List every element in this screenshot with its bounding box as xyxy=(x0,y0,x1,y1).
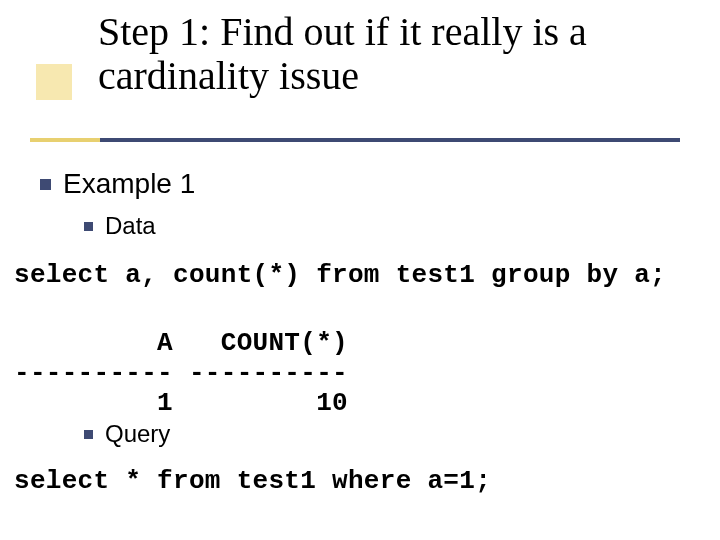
title-accent-square xyxy=(36,64,72,100)
bullet-data-label: Data xyxy=(105,212,156,240)
code-result-row: 1 10 xyxy=(14,388,348,418)
bullet-example: Example 1 xyxy=(40,168,195,200)
underline-main xyxy=(100,138,680,142)
underline-accent xyxy=(30,138,100,142)
slide-title: Step 1: Find out if it really is a cardi… xyxy=(98,10,700,98)
title-underline xyxy=(30,138,680,142)
code-result-header: A COUNT(*) xyxy=(14,328,348,358)
square-bullet-icon xyxy=(84,222,93,231)
bullet-example-label: Example 1 xyxy=(63,168,195,200)
slide: Step 1: Find out if it really is a cardi… xyxy=(0,0,720,540)
square-bullet-icon xyxy=(40,179,51,190)
title-region: Step 1: Find out if it really is a cardi… xyxy=(30,10,700,98)
code-select-where: select * from test1 where a=1; xyxy=(14,466,491,496)
bullet-query-label: Query xyxy=(105,420,170,448)
bullet-query: Query xyxy=(84,420,170,448)
code-result-divider: ---------- ---------- xyxy=(14,358,348,388)
square-bullet-icon xyxy=(84,430,93,439)
bullet-data: Data xyxy=(84,212,156,240)
code-select-group: select a, count(*) from test1 group by a… xyxy=(14,260,666,290)
